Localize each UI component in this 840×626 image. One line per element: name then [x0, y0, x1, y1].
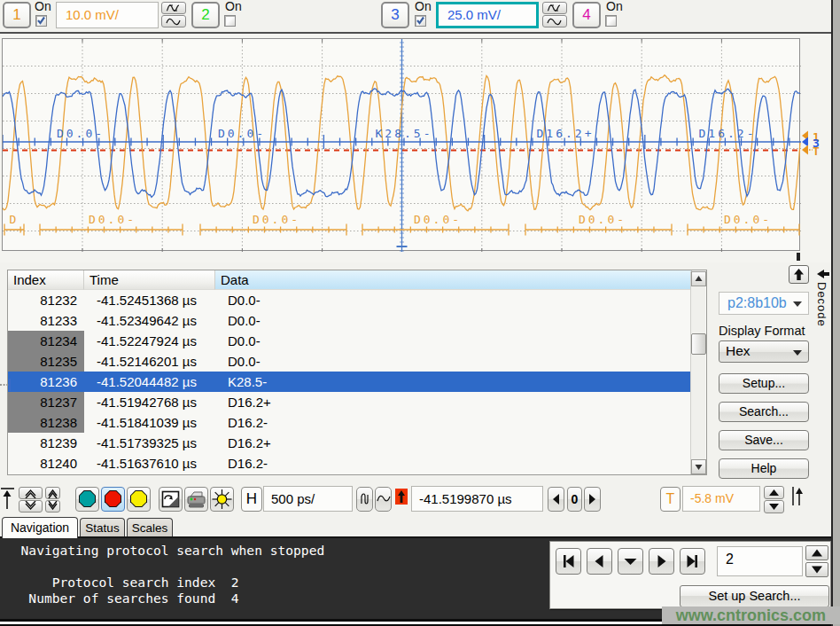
scale-fine-up-button[interactable]: [542, 2, 567, 14]
search-index-field[interactable]: 2: [717, 546, 803, 576]
zero-position-button[interactable]: 0: [567, 487, 582, 512]
search-position-marker: [0, 378, 12, 392]
single-button[interactable]: [127, 487, 151, 512]
display-format-value: Hex: [726, 343, 751, 359]
chevron-down-icon: [793, 350, 802, 356]
printer-icon: [185, 488, 207, 511]
column-header-data[interactable]: Data: [215, 270, 692, 290]
channel-3-scale-spinner: [542, 2, 567, 28]
save-button[interactable]: Save...: [719, 430, 809, 450]
cell-data: D0.0-: [215, 310, 692, 331]
help-button[interactable]: Help: [719, 458, 809, 479]
channel-1-scale-field[interactable]: 10.0 mV/: [56, 2, 159, 28]
level-down-button[interactable]: [764, 500, 784, 513]
triangle-down-icon: [692, 460, 705, 473]
marker-T[interactable]: T: [801, 143, 824, 157]
set-up-search-button[interactable]: Set up Search...: [680, 585, 829, 607]
cell-time: -41.52044482 µs: [84, 372, 215, 392]
channel-3-scale-field[interactable]: 25.0 mV/: [436, 2, 539, 28]
triangle-down-icon: [806, 563, 828, 576]
channel-4-on-checkbox[interactable]: [605, 15, 617, 27]
scale-fine-down-button[interactable]: [542, 15, 567, 27]
current-result-button[interactable]: [618, 548, 643, 575]
trigger-button[interactable]: T: [660, 487, 681, 512]
table-row[interactable]: 81232-41.52451368 µsD0.0-: [8, 290, 692, 310]
setup-button[interactable]: Setup...: [719, 373, 809, 394]
table-row[interactable]: 81240-41.51637610 µsD16.2-: [8, 453, 692, 473]
tab-navigation[interactable]: Navigation: [2, 517, 78, 538]
scroll-up-button[interactable]: [691, 271, 706, 286]
stop-button[interactable]: [101, 487, 125, 512]
search-index-value: 2: [726, 552, 734, 567]
previous-result-button[interactable]: [587, 548, 612, 575]
decode-source-dropdown[interactable]: p2:8b10b: [719, 292, 809, 315]
scale-fine-up-button[interactable]: [161, 2, 186, 14]
channel-4-button[interactable]: 4: [572, 2, 601, 28]
scroll-down-button[interactable]: [691, 459, 706, 474]
tab-status-label: Status: [85, 521, 119, 535]
pan-left-button[interactable]: [548, 487, 564, 512]
sun-icon: [211, 488, 233, 511]
tab-status[interactable]: Status: [80, 518, 125, 537]
decode-flyout-tab[interactable]: Decode: [813, 268, 831, 349]
column-header-time[interactable]: Time: [84, 270, 215, 290]
pan-right-button[interactable]: [584, 487, 601, 512]
table-row[interactable]: 81236-41.52044482 µsK28.5-: [8, 372, 692, 392]
listing-scrollbar[interactable]: [690, 271, 705, 474]
search-button[interactable]: Search...: [719, 402, 809, 422]
timebase-field[interactable]: 500 ps/: [263, 486, 353, 512]
zero-button-label: 0: [572, 492, 579, 506]
display-format-dropdown[interactable]: Hex: [719, 340, 809, 363]
channel-1-on-checkbox[interactable]: [35, 15, 47, 27]
scale-fine-down-button[interactable]: [161, 15, 186, 27]
index-up-button[interactable]: [805, 545, 828, 560]
horizontal-position-field[interactable]: -41.5199870 µs: [411, 486, 543, 512]
table-row[interactable]: 81238-41.51841039 µsD16.2-: [8, 412, 692, 433]
clear-display-button[interactable]: [210, 487, 234, 512]
step-up-coarse-button[interactable]: [19, 487, 43, 499]
step-down-coarse-button[interactable]: [19, 500, 43, 513]
zoom-in-button[interactable]: [375, 487, 392, 512]
channel-3-on-label: On: [415, 0, 432, 13]
waveform-plot[interactable]: D0.0-D0.0-K28.5-D16.2+D16.2-DD0.0-D0.0-D…: [2, 38, 800, 251]
cell-data: D16.2+: [215, 392, 692, 412]
scroll-top-icon[interactable]: [1, 487, 17, 510]
next-result-button[interactable]: [649, 548, 674, 575]
channel-2-on-checkbox[interactable]: [224, 15, 236, 27]
table-row[interactable]: 81233-41.52349642 µsD0.0-: [8, 310, 692, 331]
table-row[interactable]: 81234-41.52247924 µsD0.0-: [8, 331, 692, 351]
run-button[interactable]: [75, 487, 99, 512]
horizontal-button[interactable]: H: [241, 487, 262, 512]
channel-4-label: 4: [582, 6, 590, 23]
channel-3-on-checkbox[interactable]: [415, 15, 426, 27]
svg-text:D0.0-: D0.0-: [218, 127, 266, 140]
screen-capture-button[interactable]: [159, 487, 183, 512]
offset-up-button[interactable]: [45, 487, 60, 499]
channel-1-button[interactable]: 1: [3, 2, 31, 28]
column-header-index[interactable]: Index: [8, 270, 84, 290]
index-down-button[interactable]: [805, 562, 828, 577]
cell-index: 81235: [8, 351, 84, 372]
cell-index: 81233: [8, 310, 84, 331]
channel-2-button[interactable]: 2: [191, 2, 220, 28]
triangle-up-icon: [806, 546, 828, 559]
first-result-button[interactable]: [556, 548, 581, 575]
channel-3-button[interactable]: 3: [381, 2, 409, 28]
offset-down-button[interactable]: [45, 500, 60, 513]
channel-2-on-label: On: [225, 0, 242, 13]
scrollbar-thumb[interactable]: [691, 333, 706, 355]
last-result-button[interactable]: [680, 548, 705, 575]
print-button[interactable]: [184, 487, 208, 512]
channel-1-scale-spinner: [161, 2, 186, 28]
table-row[interactable]: 81235-41.52146201 µsD0.0-: [8, 351, 692, 372]
table-row[interactable]: 81239-41.51739325 µsD16.2+: [8, 433, 692, 453]
arrow-up-icon: [789, 266, 808, 283]
tab-scales[interactable]: Scales: [127, 518, 173, 537]
cell-index: 81238: [8, 412, 84, 433]
dock-up-icon[interactable]: [791, 486, 805, 507]
panel-up-button[interactable]: [789, 265, 809, 284]
table-row[interactable]: 81237-41.51942768 µsD16.2+: [8, 392, 692, 412]
level-up-button[interactable]: [764, 486, 784, 499]
trigger-level-field[interactable]: -5.8 mV: [682, 486, 760, 512]
zoom-out-button[interactable]: [356, 487, 373, 512]
